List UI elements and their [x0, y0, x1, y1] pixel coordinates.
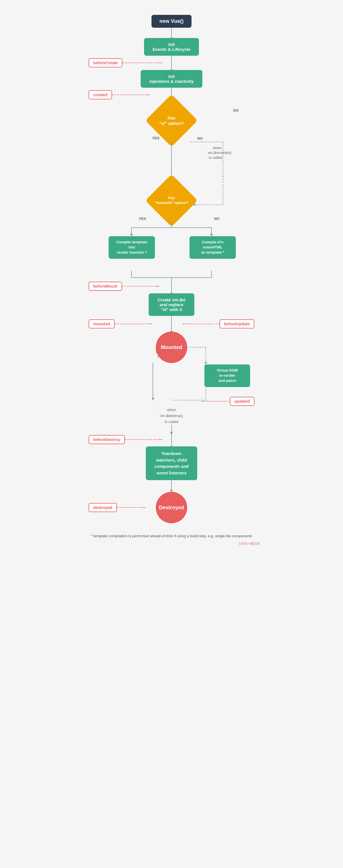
no-label-1: NO — [233, 108, 239, 113]
svg-marker-45 — [143, 507, 145, 508]
yes-label-1: YES — [152, 136, 160, 140]
footnote: * template compilation is performed ahea… — [91, 533, 252, 539]
mounted-circle: Mounted — [156, 332, 187, 363]
svg-text:NO: NO — [197, 136, 203, 141]
dashed-beforemount — [122, 286, 159, 286]
init-events-node: Init Events & Lifecycle — [144, 38, 199, 56]
svg-text:vm.$mount(el): vm.$mount(el) — [207, 151, 231, 155]
before-create-hook: beforeCreate — [89, 58, 122, 67]
no-label-2: NO — [214, 217, 220, 221]
new-vue-node: new Vue() — [151, 15, 192, 28]
compile-elhtml-node: Compile el's outerHTML as template * — [190, 236, 236, 259]
teardown-node: Teardown watchers, child components and … — [146, 446, 197, 480]
create-vm-sel-node: Create vm.$el and replace "el" with it — [149, 293, 194, 316]
destroyed-hook: destroyed — [89, 503, 117, 512]
arrow-destroy — [171, 425, 172, 433]
no-el-branch-svg: NO when vm.$mount(el) is called — [80, 142, 263, 176]
svg-text:when: when — [212, 146, 222, 150]
dashed-destroyed — [117, 507, 145, 508]
init-injections-node: Init injections & reactivity — [141, 70, 202, 88]
svg-marker-19 — [210, 234, 213, 236]
destroyed-circle: Destroyed — [156, 492, 187, 523]
dashed-connector-created — [112, 95, 149, 95]
dashed-updated — [201, 401, 230, 402]
watermark: CSDN ©极贝祥 — [80, 541, 263, 546]
before-update-hook: beforeUpdate — [220, 319, 254, 329]
before-destroy-hook: beforeDestroy — [89, 435, 125, 444]
svg-text:is called: is called — [209, 155, 222, 160]
arrow-beforemount — [171, 279, 172, 293]
lifecycle-diagram: new Vue() Init Events & Lifecycle before… — [80, 6, 263, 546]
mounted-hook: mounted — [89, 319, 115, 329]
svg-marker-37 — [204, 362, 207, 365]
virtual-dom-node: Virtual DOM re-render and patch — [204, 365, 250, 387]
dashed-beforedestroy — [125, 439, 162, 440]
dashed-mounted — [115, 323, 152, 324]
yes-label-2: YES — [139, 217, 146, 221]
when-destroy-label: when vm.$destroy() is called — [160, 407, 183, 425]
created-hook: created — [89, 90, 112, 99]
dashed-beforeupdate — [182, 323, 220, 324]
before-mount-hook: beforeMount — [89, 282, 122, 291]
arrow-mounted — [171, 316, 172, 332]
svg-marker-32 — [151, 398, 154, 400]
arrow-beforedestroy — [171, 433, 172, 446]
arrow-2 — [171, 56, 172, 70]
has-template-diamond: Has "template" option? — [145, 174, 198, 227]
compile-template-node: Compile template into render function * — [109, 236, 155, 259]
arrow-teardown — [171, 480, 172, 490]
dashed-connector-beforecreate — [122, 63, 162, 63]
arrow-1 — [171, 28, 172, 38]
updated-hook: updated — [230, 397, 254, 406]
svg-marker-16 — [130, 234, 133, 236]
